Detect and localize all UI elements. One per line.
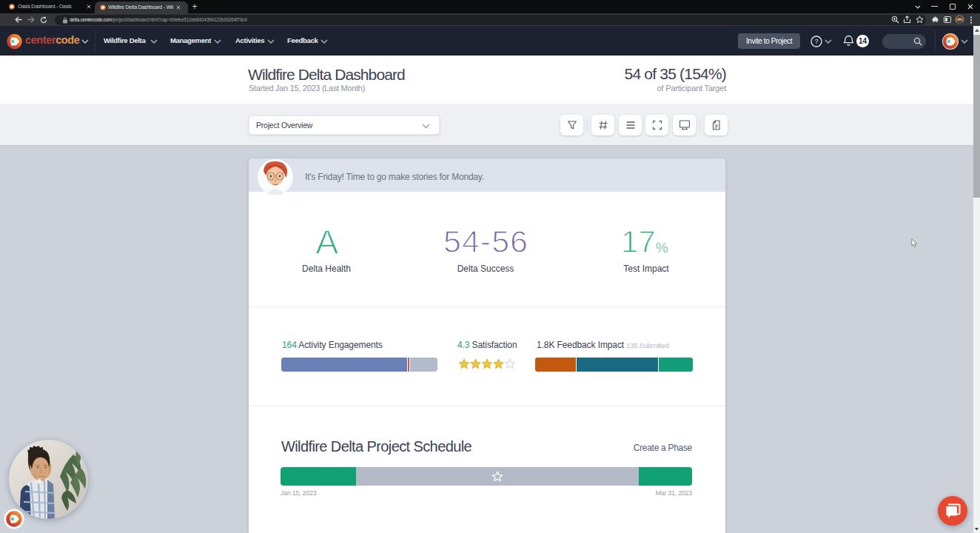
svg-text:?: ? (814, 38, 818, 45)
